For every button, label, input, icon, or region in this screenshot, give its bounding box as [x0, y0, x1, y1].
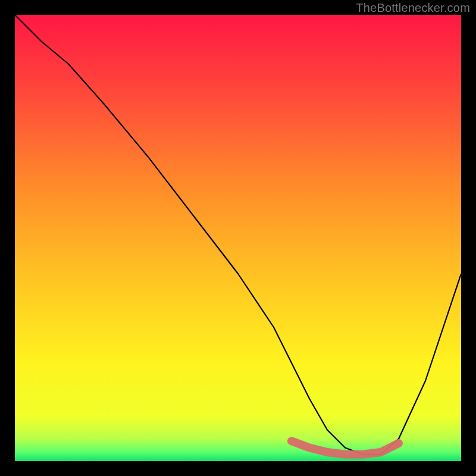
- gradient-background: [15, 15, 461, 461]
- chart-frame: TheBottlenecker.com: [0, 0, 476, 476]
- chart-canvas: [15, 15, 461, 461]
- credit-label: TheBottlenecker.com: [356, 1, 470, 15]
- plot-area: [15, 15, 461, 461]
